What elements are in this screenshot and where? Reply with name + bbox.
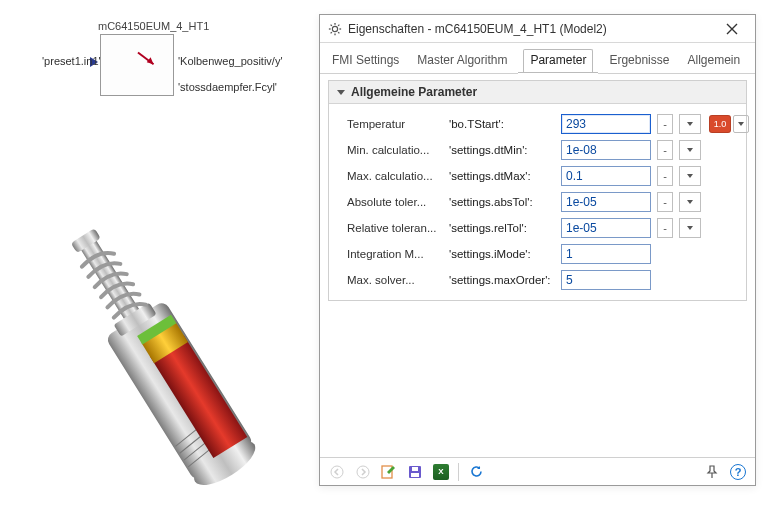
tab-master-algorithm[interactable]: Master Algorithm	[415, 49, 509, 73]
block-title: mC64150EUM_4_HT1	[98, 20, 209, 32]
refresh-button[interactable]	[467, 463, 485, 481]
edit-button[interactable]	[380, 463, 398, 481]
param-row: Relative toleran...'settings.relTol':-	[347, 216, 738, 240]
dialog-title: Eigenschaften - mC64150EUM_4_HT1 (Model2…	[348, 22, 715, 36]
section-header[interactable]: Allgemeine Parameter	[329, 81, 746, 104]
svg-line-19	[331, 32, 332, 33]
port-label-out-2: 'stossdaempfer.Fcyl'	[178, 81, 277, 93]
unit-display: -	[657, 166, 673, 186]
param-row: Absolute toler...'settings.absTol':-	[347, 190, 738, 214]
svg-point-22	[357, 466, 369, 478]
param-label: Relative toleran...	[347, 222, 443, 234]
param-value-input[interactable]	[561, 192, 651, 212]
param-value-input[interactable]	[561, 140, 651, 160]
param-value-input[interactable]	[561, 270, 651, 290]
svg-rect-26	[412, 467, 418, 471]
separator	[458, 463, 459, 481]
save-icon	[408, 465, 422, 479]
chevron-down-icon	[687, 122, 693, 126]
properties-dialog: Eigenschaften - mC64150EUM_4_HT1 (Model2…	[319, 14, 756, 486]
param-label: Max. solver...	[347, 274, 443, 286]
unit-display: -	[657, 114, 673, 134]
version-badge-group: 1.0	[709, 115, 749, 133]
param-value-input[interactable]	[561, 166, 651, 186]
svg-line-18	[338, 32, 339, 33]
svg-point-21	[331, 466, 343, 478]
param-key: 'settings.absTol':	[449, 196, 555, 208]
param-value-input[interactable]	[561, 114, 651, 134]
param-key: 'bo.TStart':	[449, 118, 555, 130]
unit-display: -	[657, 140, 673, 160]
param-key: 'settings.iMode':	[449, 248, 555, 260]
version-badge: 1.0	[709, 115, 731, 133]
unit-dropdown[interactable]	[679, 218, 701, 238]
svg-line-20	[338, 24, 339, 25]
chevron-down-icon	[687, 200, 693, 204]
param-value-input[interactable]	[561, 244, 651, 264]
chevron-down-icon	[738, 122, 744, 126]
nav-back-button	[328, 463, 346, 481]
refresh-icon	[469, 464, 484, 479]
section-title: Allgemeine Parameter	[351, 85, 477, 99]
chevron-down-icon	[687, 148, 693, 152]
param-key: 'settings.relTol':	[449, 222, 555, 234]
unit-dropdown[interactable]	[679, 140, 701, 160]
gear-icon	[328, 22, 342, 36]
svg-point-12	[332, 26, 337, 31]
shock-absorber-illustration	[30, 200, 290, 500]
close-icon	[726, 23, 738, 35]
chevron-down-icon	[687, 174, 693, 178]
pin-button[interactable]	[703, 463, 721, 481]
arrow-left-icon	[330, 465, 344, 479]
port-label-in: 'preset1.in1'	[42, 55, 101, 67]
section-general-parameters: Allgemeine Parameter Temperatur'bo.TStar…	[328, 80, 747, 301]
param-key: 'settings.dtMax':	[449, 170, 555, 182]
nav-forward-button	[354, 463, 372, 481]
close-button[interactable]	[715, 18, 749, 40]
help-icon: ?	[730, 464, 746, 480]
param-row: Integration M...'settings.iMode':	[347, 242, 738, 266]
chevron-down-icon	[687, 226, 693, 230]
tab-general[interactable]: Allgemein	[685, 49, 742, 73]
param-label: Max. calculatio...	[347, 170, 443, 182]
version-dropdown[interactable]	[733, 115, 749, 133]
unit-display: -	[657, 192, 673, 212]
param-row: Max. calculatio...'settings.dtMax':-	[347, 164, 738, 188]
pin-icon	[705, 465, 719, 479]
unit-display: -	[657, 218, 673, 238]
param-row: Temperatur'bo.TStart':-1.0	[347, 112, 738, 136]
save-button[interactable]	[406, 463, 424, 481]
param-row: Max. solver...'settings.maxOrder':	[347, 268, 738, 292]
param-label: Integration M...	[347, 248, 443, 260]
param-label: Absolute toler...	[347, 196, 443, 208]
excel-icon: X	[433, 464, 449, 480]
param-label: Min. calculatio...	[347, 144, 443, 156]
page-edit-icon	[381, 465, 397, 479]
dialog-titlebar: Eigenschaften - mC64150EUM_4_HT1 (Model2…	[320, 15, 755, 43]
dialog-content: Allgemeine Parameter Temperatur'bo.TStar…	[320, 74, 755, 457]
svg-rect-25	[411, 473, 419, 477]
help-button[interactable]: ?	[729, 463, 747, 481]
model-block[interactable]	[100, 34, 174, 96]
param-key: 'settings.maxOrder':	[449, 274, 555, 286]
tab-results[interactable]: Ergebnisse	[607, 49, 671, 73]
port-label-out-1: 'Kolbenweg_positiv/y'	[178, 55, 282, 67]
export-excel-button[interactable]: X	[432, 463, 450, 481]
unit-dropdown[interactable]	[679, 166, 701, 186]
tab-fmi-settings[interactable]: FMI Settings	[330, 49, 401, 73]
svg-line-17	[331, 24, 332, 25]
dialog-statusbar: X ?	[320, 457, 755, 485]
chevron-down-icon	[337, 90, 345, 95]
unit-dropdown[interactable]	[679, 114, 701, 134]
parameter-list: Temperatur'bo.TStart':-1.0Min. calculati…	[329, 104, 746, 300]
block-arrow-icon	[101, 35, 173, 95]
param-key: 'settings.dtMin':	[449, 144, 555, 156]
tab-bar: FMI Settings Master Algorithm Parameter …	[320, 43, 755, 74]
param-value-input[interactable]	[561, 218, 651, 238]
tab-parameter[interactable]: Parameter	[523, 49, 593, 74]
param-row: Min. calculatio...'settings.dtMin':-	[347, 138, 738, 162]
unit-dropdown[interactable]	[679, 192, 701, 212]
arrow-right-icon	[356, 465, 370, 479]
param-label: Temperatur	[347, 118, 443, 130]
